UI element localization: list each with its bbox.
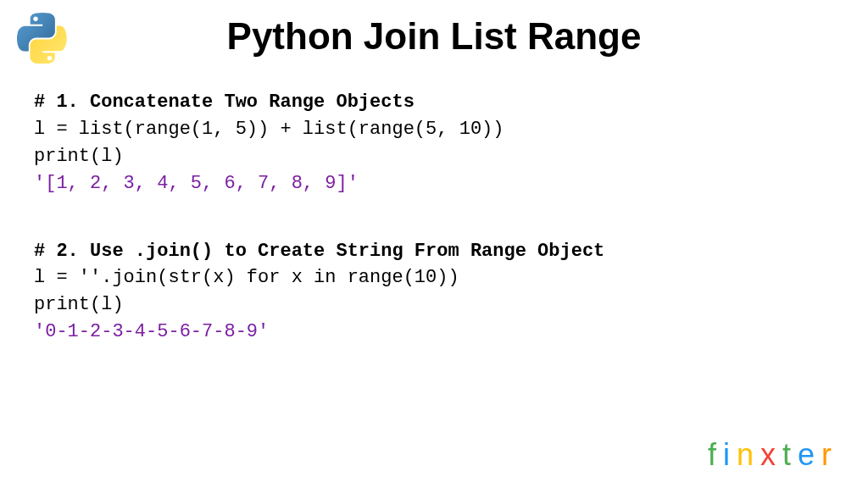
wm-letter-r: r xyxy=(821,437,838,472)
code-line-1b: print(l) xyxy=(34,143,834,170)
output-2: '0-1-2-3-4-5-6-7-8-9' xyxy=(34,319,834,346)
wm-letter-t: t xyxy=(782,437,798,472)
code-block-1: # 1. Concatenate Two Range Objects l = l… xyxy=(34,89,834,197)
code-line-2a: l = ''.join(str(x) for x in range(10)) xyxy=(34,264,834,291)
wm-letter-x: x xyxy=(760,437,782,472)
code-block-2: # 2. Use .join() to Create String From R… xyxy=(34,238,834,347)
wm-letter-f: f xyxy=(708,437,723,472)
header: Python Join List Range xyxy=(0,0,868,64)
output-1: '[1, 2, 3, 4, 5, 6, 7, 8, 9]' xyxy=(34,170,834,197)
comment-1: # 1. Concatenate Two Range Objects xyxy=(34,89,834,116)
comment-2: # 2. Use .join() to Create String From R… xyxy=(34,238,834,265)
code-line-1a: l = list(range(1, 5)) + list(range(5, 10… xyxy=(34,116,834,143)
wm-letter-i: i xyxy=(723,437,737,472)
content-area: # 1. Concatenate Two Range Objects l = l… xyxy=(0,64,868,346)
finxter-logo: finxter xyxy=(708,437,838,473)
page-title: Python Join List Range xyxy=(17,15,851,58)
code-line-2b: print(l) xyxy=(34,291,834,319)
wm-letter-n: n xyxy=(737,437,760,472)
wm-letter-e: e xyxy=(798,437,821,472)
